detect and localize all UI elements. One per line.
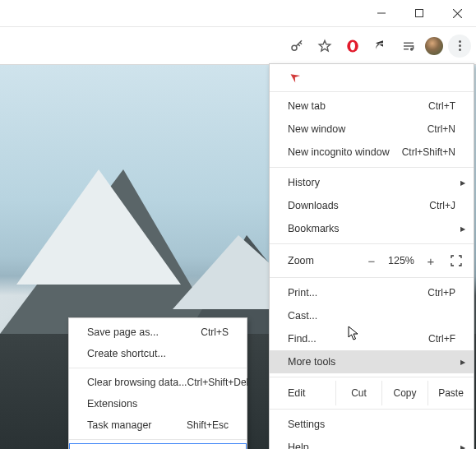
svg-rect-1 xyxy=(416,10,423,17)
menu-label: Settings xyxy=(288,419,455,430)
menu-shortcut: Shift+Esc xyxy=(187,419,229,431)
submenu-item-create-shortcut[interactable]: Create shortcut... xyxy=(69,343,247,364)
menu-item-downloads[interactable]: Downloads Ctrl+J xyxy=(270,194,474,217)
browser-toolbar xyxy=(0,27,476,65)
svg-point-4 xyxy=(292,45,297,50)
key-icon[interactable] xyxy=(285,35,308,58)
menu-item-bookmarks[interactable]: Bookmarks xyxy=(270,217,474,240)
menu-item-new-tab[interactable]: New tab Ctrl+T xyxy=(270,95,474,118)
menu-label: Save page as... xyxy=(87,326,201,338)
menu-label: Downloads xyxy=(288,200,429,211)
menu-shortcut: Ctrl+Shift+N xyxy=(402,146,455,158)
maximize-button[interactable] xyxy=(400,0,438,26)
close-button[interactable] xyxy=(438,0,476,26)
menu-label: History xyxy=(288,177,455,188)
menu-label: Create shortcut... xyxy=(87,348,229,359)
menu-separator xyxy=(270,409,474,410)
menu-shortcut: Ctrl+P xyxy=(427,287,455,299)
menu-separator xyxy=(270,277,474,278)
menu-label: Cast... xyxy=(288,310,455,322)
edit-cut-button[interactable]: Cut xyxy=(336,381,382,405)
more-icon[interactable] xyxy=(448,35,471,58)
menu-item-more-tools[interactable]: More tools xyxy=(270,350,474,373)
star-icon[interactable] xyxy=(313,35,336,58)
submenu-item-developer-tools[interactable]: Developer tools Ctrl+Shift+I xyxy=(69,443,247,449)
main-menu: New tab Ctrl+T New window Ctrl+N New inc… xyxy=(269,63,474,449)
zoom-in-button[interactable]: + xyxy=(419,254,442,268)
minimize-button[interactable] xyxy=(363,0,400,26)
menu-label: Task manager xyxy=(87,419,187,431)
zoom-value: 125% xyxy=(383,255,419,266)
menu-label: New tab xyxy=(288,100,428,112)
menu-label: New window xyxy=(288,123,427,135)
submenu-item-clear-data[interactable]: Clear browsing data... Ctrl+Shift+Del xyxy=(69,372,247,393)
menu-shortcut: Ctrl+J xyxy=(429,200,455,211)
menu-shortcut: Ctrl+F xyxy=(428,333,455,345)
window-titlebar xyxy=(0,0,476,27)
opera-ext-icon[interactable] xyxy=(341,35,364,58)
edit-copy-button[interactable]: Copy xyxy=(382,381,428,405)
menu-item-send[interactable] xyxy=(270,64,474,92)
menu-item-new-window[interactable]: New window Ctrl+N xyxy=(270,118,474,141)
menu-separator xyxy=(270,167,474,168)
menu-item-history[interactable]: History xyxy=(270,171,474,194)
menu-label: Zoom xyxy=(288,255,360,266)
submenu-item-extensions[interactable]: Extensions xyxy=(69,393,247,414)
menu-label: Find... xyxy=(288,333,428,345)
svg-marker-5 xyxy=(319,40,330,51)
menu-label: Help xyxy=(288,442,455,449)
menu-item-incognito[interactable]: New incognito window Ctrl+Shift+N xyxy=(270,141,474,164)
menu-item-zoom: Zoom − 125% + xyxy=(270,248,474,274)
menu-item-settings[interactable]: Settings xyxy=(270,413,474,436)
menu-item-help[interactable]: Help xyxy=(270,436,474,449)
menu-shortcut: Ctrl+N xyxy=(427,123,455,135)
submenu-item-task-manager[interactable]: Task manager Shift+Esc xyxy=(69,414,247,436)
avatar[interactable] xyxy=(425,37,443,55)
svg-point-7 xyxy=(350,41,355,50)
menu-label: Edit xyxy=(288,387,334,399)
menu-shortcut: Ctrl+T xyxy=(428,100,455,112)
fullscreen-button[interactable] xyxy=(446,252,467,270)
menu-separator xyxy=(270,377,474,377)
reply-icon[interactable] xyxy=(369,35,392,58)
menu-label: Extensions xyxy=(87,398,229,410)
submenu-item-save-as[interactable]: Save page as... Ctrl+S xyxy=(69,322,247,343)
menu-shortcut: Ctrl+S xyxy=(201,326,229,338)
more-tools-submenu: Save page as... Ctrl+S Create shortcut..… xyxy=(68,317,247,449)
menu-shortcut: Ctrl+Shift+Del xyxy=(187,377,249,388)
menu-item-print[interactable]: Print... Ctrl+P xyxy=(270,281,474,304)
edit-paste-button[interactable]: Paste xyxy=(428,381,474,405)
menu-separator xyxy=(69,439,247,440)
menu-separator xyxy=(69,368,247,368)
zoom-out-button[interactable]: − xyxy=(360,254,383,268)
menu-label: Bookmarks xyxy=(288,223,455,234)
menu-label: Clear browsing data... xyxy=(87,377,187,388)
menu-separator xyxy=(270,243,474,244)
menu-item-cast[interactable]: Cast... xyxy=(270,304,474,327)
menu-label: Print... xyxy=(288,287,427,299)
menu-item-edit: Edit Cut Copy Paste xyxy=(270,381,474,405)
menu-label: New incognito window xyxy=(288,146,402,158)
menu-item-find[interactable]: Find... Ctrl+F xyxy=(270,327,474,350)
send-icon xyxy=(284,69,302,87)
menu-label: More tools xyxy=(288,356,455,368)
playlist-icon[interactable] xyxy=(397,35,420,58)
